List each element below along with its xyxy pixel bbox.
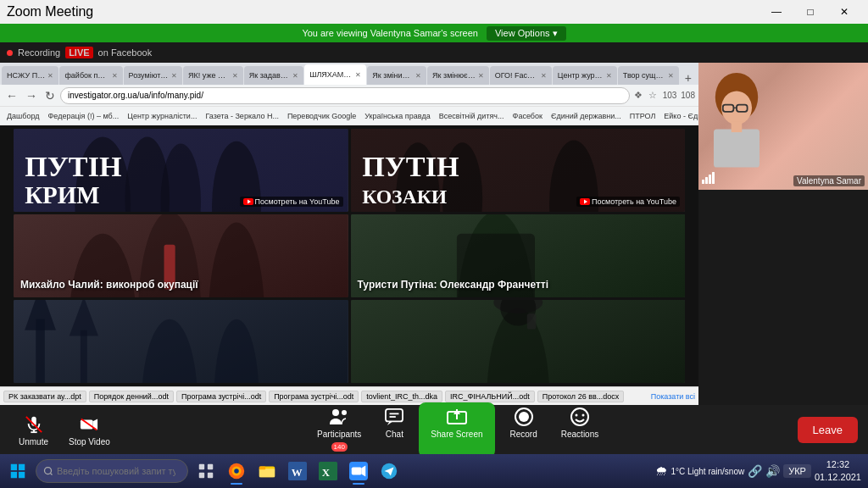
recording-bar: Recording LIVE on Facebook [0, 42, 868, 63]
download-item-7[interactable]: Протокол 26 вв...docx [537, 391, 625, 402]
word-button[interactable]: W [283, 456, 312, 486]
microphone-icon [25, 413, 43, 435]
profile-count: 103 [661, 91, 679, 100]
participants-button[interactable]: Participants 140 [309, 402, 370, 458]
bm-dashboard[interactable]: Дашборд [3, 111, 43, 121]
shared-screen: НСЖУ Пілл...✕ файбок по дн...✕ Розуміють… [0, 63, 698, 405]
svg-rect-48 [714, 130, 760, 168]
unmute-button[interactable]: Unmute [10, 410, 57, 450]
taskbar-icons: W X [192, 456, 403, 486]
zoom-taskbar-button[interactable] [344, 456, 373, 486]
back-button[interactable]: ← [3, 87, 20, 104]
bm-ptrol[interactable]: ПТРОЛ [626, 111, 659, 121]
volume-icon[interactable]: 🔊 [765, 464, 780, 478]
reactions-icon [570, 406, 590, 428]
live-badge: LIVE [65, 47, 92, 58]
window-controls: — □ ✕ [760, 0, 861, 24]
browser-tab-7[interactable]: Як змінити с...✕ [367, 66, 426, 85]
download-item-1[interactable]: РК заказвати ау...dpt [3, 391, 86, 402]
bookmarks-bar: Дашборд Федерація (!) – мб... Центр журн… [0, 107, 698, 125]
browser-tab-4[interactable]: ЯК! уже рест...✕ [183, 66, 243, 85]
language-button[interactable]: УКР [783, 464, 811, 478]
show-all-downloads[interactable]: Показати всі [651, 392, 695, 401]
unmute-label: Unmute [19, 437, 48, 446]
participants-count: 140 [331, 442, 348, 452]
video-card-4[interactable]: Туристи Путіна: Олександр Франчетті [351, 214, 686, 297]
svg-text:W: W [292, 467, 303, 479]
svg-rect-82 [208, 464, 213, 469]
browser-tab-10[interactable]: Центр журнал...✕ [553, 66, 617, 85]
browser-tab-9[interactable]: ОГО! Facebook✕ [490, 66, 552, 85]
svg-text:ПУТІН: ПУТІН [25, 151, 122, 182]
bm-child[interactable]: Всесвітній дитяч... [436, 111, 508, 121]
bm-gazeta[interactable]: Газета - Зеркало Н... [202, 111, 281, 121]
svg-point-71 [519, 412, 529, 422]
svg-rect-77 [11, 472, 17, 478]
browser-tab-8[interactable]: Як змінюєтьс...✕ [427, 66, 489, 85]
restore-button[interactable]: □ [793, 0, 827, 24]
svg-rect-50 [702, 180, 704, 184]
minimize-button[interactable]: — [760, 0, 793, 24]
bm-fed[interactable]: Федерація (!) – мб... [45, 111, 123, 121]
network-icon[interactable]: 🔗 [748, 464, 762, 478]
video-card-3[interactable]: Михайло Чалий: виконроб окупації [14, 214, 348, 297]
weather-icon: 🌨 [655, 464, 667, 478]
leave-button[interactable]: Leave [798, 417, 858, 443]
stop-video-button[interactable]: Stop Video [60, 410, 119, 450]
download-item-6[interactable]: IRC_ФІНАЛЬНИЙ...odt [445, 391, 535, 402]
svg-point-62 [342, 410, 347, 415]
task-view-button[interactable] [192, 456, 220, 486]
clock-date: 01.12.2021 [815, 471, 861, 484]
browser-tab-11[interactable]: Твор сущості...✕ [618, 66, 679, 85]
download-item-3[interactable]: Програма зустрічі...odt [176, 391, 266, 402]
reactions-button[interactable]: Reactions [553, 402, 607, 458]
zoom-title-bar: Zoom Meeting — □ ✕ [0, 0, 868, 24]
bm-eiko[interactable]: Ейко - Єдиний де... [660, 111, 698, 121]
new-tab-button[interactable]: + [680, 71, 697, 85]
share-screen-button[interactable]: Share Screen [419, 402, 494, 458]
reactions-label: Reactions [561, 430, 598, 439]
bm-state[interactable]: Єдиний державни... [548, 111, 625, 121]
svg-rect-84 [208, 473, 213, 478]
bm-ukr[interactable]: Українська правда [361, 111, 433, 121]
forward-button[interactable]: → [23, 87, 40, 104]
browser-tab-1[interactable]: НСЖУ Пілл...✕ [2, 66, 58, 85]
bookmark-icon[interactable]: ☆ [647, 90, 659, 101]
address-input[interactable] [60, 87, 630, 104]
browser-tab-5[interactable]: Як задавали...✕ [244, 66, 303, 85]
download-item-2[interactable]: Порядок денний...odt [89, 391, 174, 402]
video-card-6[interactable] [351, 300, 686, 383]
svg-text:КОЗАКИ: КОЗАКИ [362, 186, 448, 208]
video-thumbnail-6 [351, 300, 686, 383]
bm-center[interactable]: Центр журналісти... [124, 111, 200, 121]
download-item-5[interactable]: tovlient_IRC_th...dka [361, 391, 442, 402]
taskbar-right: 🌨 1°C Light rain/snow 🔗 🔊 УКР 12:32 01.1… [655, 458, 865, 485]
svg-rect-51 [705, 177, 708, 184]
youtube-label-2: Посмотреть на YouTube [576, 197, 680, 207]
video-card-5[interactable] [14, 300, 348, 383]
browser-tab-3[interactable]: Розуміють м...✕ [124, 66, 183, 85]
zoom-title-text: Zoom Meeting [7, 4, 93, 19]
download-item-4[interactable]: Програма зустрічі...odt [269, 391, 359, 402]
signal-icon [702, 172, 715, 186]
view-options-button[interactable]: View Options [487, 26, 566, 41]
firefox-button[interactable] [222, 456, 251, 486]
video-card-2[interactable]: ПУТІН КОЗАКИ Посмотреть на YouTube [351, 129, 686, 212]
record-button[interactable]: Record [502, 402, 546, 458]
chat-button[interactable]: Chat [376, 402, 412, 458]
telegram-button[interactable] [375, 456, 403, 486]
extensions-icon: ❖ [632, 90, 644, 101]
bm-translate[interactable]: Переводчик Googlе [284, 111, 359, 121]
video-card-1[interactable]: ПУТІН КРИМ Посмотреть на YouTube [14, 129, 348, 212]
reload-button[interactable]: ↻ [42, 87, 58, 104]
search-input[interactable] [57, 466, 175, 476]
excel-button[interactable]: X [314, 456, 342, 486]
file-explorer-button[interactable] [253, 456, 281, 486]
start-button[interactable] [3, 456, 32, 486]
browser-tab-active[interactable]: ШЛЯХАМИ П...✕ [304, 64, 366, 85]
browser-tab-2[interactable]: файбок по дн...✕ [59, 66, 122, 85]
close-button[interactable]: ✕ [827, 0, 861, 24]
bm-fb[interactable]: Фасебок [509, 111, 546, 121]
search-bar[interactable] [36, 459, 188, 483]
svg-line-80 [50, 473, 52, 474]
